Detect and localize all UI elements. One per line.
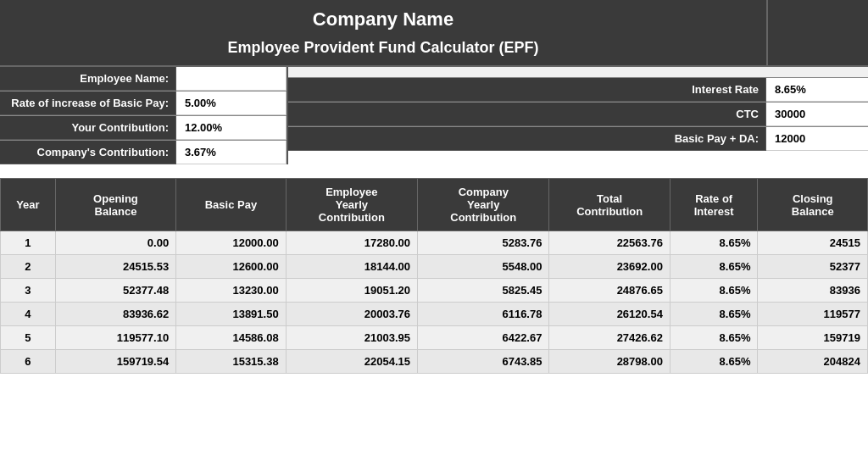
basic-pay-label: Basic Pay + DA: [288, 127, 766, 151]
col-company: CompanyYearlyContribution [418, 179, 549, 231]
col-opening: OpeningBalance [55, 179, 175, 231]
table-cell: 12000.00 [176, 231, 286, 255]
table-cell: 8.65% [670, 350, 758, 374]
table-cell: 6743.85 [418, 350, 549, 374]
table-cell: 27426.62 [549, 326, 670, 350]
table-cell: 1 [1, 231, 56, 255]
company-contribution-value: 3.67% [176, 141, 287, 164]
table-cell: 8.65% [670, 231, 758, 255]
table-cell: 8.65% [670, 255, 758, 279]
table-cell: 5 [1, 326, 56, 350]
main-container: Company Name Employee Provident Fund Cal… [0, 0, 868, 374]
table-cell: 20003.76 [286, 303, 417, 326]
table-cell: 83936 [758, 279, 868, 303]
ctc-label: CTC [288, 103, 766, 126]
col-employee: EmployeeYearlyContribution [286, 179, 417, 231]
table-cell: 26120.54 [549, 303, 670, 326]
interest-rate-label: Interest Rate [288, 78, 766, 102]
rate-increase-label: Rate of increase of Basic Pay: [0, 92, 176, 115]
table-cell: 2 [1, 255, 56, 279]
subtitle: Employee Provident Fund Calculator (EPF) [0, 36, 766, 65]
interest-rate-value: 8.65% [766, 78, 868, 102]
table-row: 5119577.1014586.0821003.956422.6727426.6… [1, 326, 868, 350]
your-contribution-value: 12.00% [176, 116, 287, 140]
table-cell: 24876.65 [549, 279, 670, 303]
table-cell: 24515.53 [55, 255, 175, 279]
table-cell: 8.65% [670, 303, 758, 326]
table-cell: 12600.00 [176, 255, 286, 279]
table-row: 6159719.5415315.3822054.156743.8528798.0… [1, 350, 868, 374]
col-closing: ClosingBalance [758, 179, 868, 231]
your-contribution-label: Your Contribution: [0, 116, 176, 140]
table-cell: 119577 [758, 303, 868, 326]
table-cell: 18144.00 [286, 255, 417, 279]
table-cell: 159719.54 [55, 350, 175, 374]
table-cell: 204824 [758, 350, 868, 374]
table-cell: 3 [1, 279, 56, 303]
table-cell: 159719 [758, 326, 868, 350]
epf-table-section: Year OpeningBalance Basic Pay EmployeeYe… [0, 178, 868, 374]
table-cell: 21003.95 [286, 326, 417, 350]
epf-table: Year OpeningBalance Basic Pay EmployeeYe… [0, 178, 868, 374]
table-row: 483936.6213891.5020003.766116.7826120.54… [1, 303, 868, 326]
col-year: Year [1, 179, 56, 231]
col-total: TotalContribution [549, 179, 670, 231]
table-cell: 119577.10 [55, 326, 175, 350]
company-name-title: Company Name [0, 0, 766, 36]
table-cell: 52377.48 [55, 279, 175, 303]
table-cell: 22563.76 [549, 231, 670, 255]
company-contribution-label: Company's Contribution: [0, 141, 176, 164]
ctc-value: 30000 [766, 103, 868, 126]
table-cell: 5548.00 [418, 255, 549, 279]
table-row: 224515.5312600.0018144.005548.0023692.00… [1, 255, 868, 279]
table-row: 352377.4813230.0019051.205825.4524876.65… [1, 279, 868, 303]
table-cell: 0.00 [55, 231, 175, 255]
table-cell: 15315.38 [176, 350, 286, 374]
table-cell: 17280.00 [286, 231, 417, 255]
table-cell: 22054.15 [286, 350, 417, 374]
table-cell: 23692.00 [549, 255, 670, 279]
table-cell: 19051.20 [286, 279, 417, 303]
table-cell: 8.65% [670, 326, 758, 350]
rate-increase-value: 5.00% [176, 92, 287, 115]
basic-pay-value: 12000 [766, 127, 868, 151]
col-rate: Rate ofInterest [670, 179, 758, 231]
table-cell: 6 [1, 350, 56, 374]
table-cell: 6422.67 [418, 326, 549, 350]
table-cell: 4 [1, 303, 56, 326]
employee-name-value [176, 67, 287, 91]
table-cell: 14586.08 [176, 326, 286, 350]
table-cell: 13230.00 [176, 279, 286, 303]
employee-name-label: Employee Name: [0, 67, 176, 91]
table-cell: 83936.62 [55, 303, 175, 326]
table-cell: 13891.50 [176, 303, 286, 326]
table-cell: 28798.00 [549, 350, 670, 374]
table-row: 10.0012000.0017280.005283.7622563.768.65… [1, 231, 868, 255]
table-cell: 6116.78 [418, 303, 549, 326]
table-cell: 5825.45 [418, 279, 549, 303]
table-cell: 52377 [758, 255, 868, 279]
col-basic: Basic Pay [176, 179, 286, 231]
table-cell: 5283.76 [418, 231, 549, 255]
table-cell: 24515 [758, 231, 868, 255]
table-cell: 8.65% [670, 279, 758, 303]
